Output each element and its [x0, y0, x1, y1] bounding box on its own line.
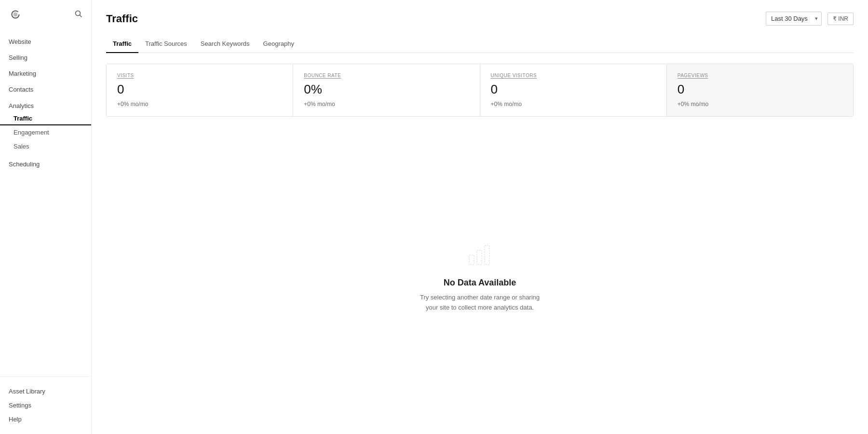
- date-range-wrapper: Last 30 Days Last 7 Days Last 90 Days La…: [766, 12, 822, 26]
- tab-traffic-sources[interactable]: Traffic Sources: [138, 35, 194, 53]
- sidebar-item-selling[interactable]: Selling: [0, 50, 91, 66]
- main-header: Traffic Last 30 Days Last 7 Days Last 90…: [106, 12, 854, 26]
- stat-bounce-change: +0% mo/mo: [304, 101, 469, 108]
- currency-badge: ₹ INR: [827, 13, 854, 25]
- svg-rect-4: [485, 245, 489, 265]
- stat-card-unique-visitors: UNIQUE VISITORS 0 +0% mo/mo: [480, 64, 667, 116]
- main-content: Traffic Last 30 Days Last 7 Days Last 90…: [92, 0, 868, 434]
- sidebar-header: [0, 0, 91, 29]
- no-data-description: Try selecting another date range or shar…: [420, 293, 540, 313]
- sidebar-analytics-label[interactable]: Analytics: [0, 97, 91, 111]
- sidebar-item-help[interactable]: Help: [9, 412, 82, 426]
- sidebar-item-website[interactable]: Website: [0, 34, 91, 50]
- tab-search-keywords[interactable]: Search Keywords: [194, 35, 257, 53]
- page-title: Traffic: [106, 13, 138, 25]
- tab-traffic[interactable]: Traffic: [106, 35, 138, 53]
- search-icon[interactable]: [75, 10, 82, 19]
- svg-rect-2: [469, 255, 474, 265]
- stats-row: VISITS 0 +0% mo/mo BOUNCE RATE 0% +0% mo…: [106, 64, 854, 117]
- stat-bounce-value: 0%: [304, 82, 469, 97]
- stat-visits-change: +0% mo/mo: [117, 101, 282, 108]
- stat-bounce-label: BOUNCE RATE: [304, 73, 469, 78]
- sidebar-bottom: Asset Library Settings Help: [0, 376, 91, 434]
- sidebar-item-marketing[interactable]: Marketing: [0, 66, 91, 81]
- stat-unique-change: +0% mo/mo: [491, 101, 656, 108]
- sidebar-item-scheduling[interactable]: Scheduling: [0, 156, 91, 172]
- no-data-chart-icon: [465, 241, 494, 269]
- stat-unique-label: UNIQUE VISITORS: [491, 73, 656, 78]
- no-data-title: No Data Available: [444, 278, 516, 288]
- stat-pageviews-label: PAGEVIEWS: [678, 73, 842, 78]
- stat-visits-label: VISITS: [117, 73, 282, 78]
- header-controls: Last 30 Days Last 7 Days Last 90 Days La…: [766, 12, 854, 26]
- svg-rect-3: [477, 250, 482, 265]
- stat-pageviews-change: +0% mo/mo: [678, 101, 842, 108]
- sidebar-nav: Website Selling Marketing Contacts Analy…: [0, 29, 91, 376]
- tab-geography[interactable]: Geography: [257, 35, 301, 53]
- tabs: Traffic Traffic Sources Search Keywords …: [106, 35, 854, 53]
- stat-unique-value: 0: [491, 82, 656, 97]
- sidebar: Website Selling Marketing Contacts Analy…: [0, 0, 92, 434]
- no-data-container: No Data Available Try selecting another …: [106, 131, 854, 422]
- sidebar-item-contacts[interactable]: Contacts: [0, 81, 91, 97]
- stat-card-pageviews: PAGEVIEWS 0 +0% mo/mo: [667, 64, 853, 116]
- stat-pageviews-value: 0: [678, 82, 842, 97]
- date-range-select[interactable]: Last 30 Days Last 7 Days Last 90 Days La…: [766, 12, 822, 26]
- stat-card-bounce-rate: BOUNCE RATE 0% +0% mo/mo: [293, 64, 480, 116]
- stat-visits-value: 0: [117, 82, 282, 97]
- stat-card-visits: VISITS 0 +0% mo/mo: [107, 64, 293, 116]
- sidebar-item-settings[interactable]: Settings: [9, 398, 82, 412]
- sidebar-item-sales[interactable]: Sales: [0, 139, 91, 153]
- sidebar-item-traffic[interactable]: Traffic: [0, 111, 91, 125]
- svg-line-1: [80, 15, 82, 17]
- squarespace-logo-icon[interactable]: [9, 8, 22, 21]
- sidebar-item-engagement[interactable]: Engagement: [0, 125, 91, 139]
- sidebar-item-asset-library[interactable]: Asset Library: [9, 384, 82, 398]
